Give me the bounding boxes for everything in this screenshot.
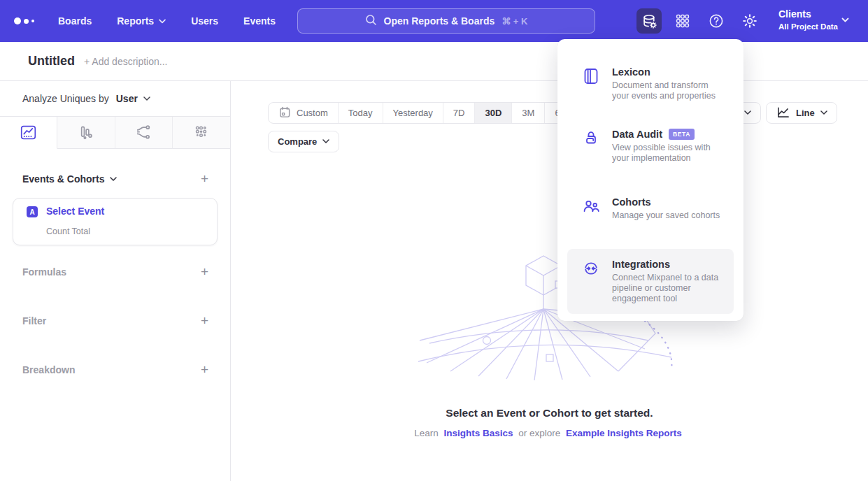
top-navbar: Boards Reports Users Events Open Reports… bbox=[0, 0, 868, 42]
report-title[interactable]: Untitled bbox=[28, 54, 75, 69]
analyze-value: User bbox=[116, 93, 138, 104]
tab-retention[interactable] bbox=[173, 117, 230, 149]
tab-funnels[interactable] bbox=[57, 117, 115, 149]
analyze-uniques-selector[interactable]: Analyze Uniques by User bbox=[0, 81, 230, 117]
add-filter-button[interactable]: + bbox=[199, 315, 210, 327]
add-formula-button[interactable]: + bbox=[199, 266, 210, 278]
chevron-down-icon bbox=[841, 17, 849, 23]
nav-item-users[interactable]: Users bbox=[191, 15, 218, 27]
report-canvas: Custom Today Yesterday 7D 30D 3M 6M Comp… bbox=[231, 81, 868, 481]
chevron-down-icon bbox=[143, 96, 150, 101]
events-cohorts-toggle[interactable]: Events & Cohorts bbox=[22, 173, 117, 185]
range-custom[interactable]: Custom bbox=[269, 103, 338, 123]
chevron-down-icon bbox=[820, 110, 827, 115]
primary-nav: Boards Reports Users Events bbox=[58, 0, 276, 42]
filter-section: Filter + bbox=[22, 313, 210, 329]
count-total-label[interactable]: Count Total bbox=[46, 227, 90, 236]
help-icon[interactable] bbox=[704, 8, 729, 34]
analyze-label: Analyze Uniques by bbox=[22, 93, 109, 104]
integrations-sync-icon bbox=[582, 259, 600, 280]
settings-gear-icon[interactable] bbox=[737, 8, 762, 34]
events-cohorts-header: Events & Cohorts + bbox=[22, 171, 210, 187]
apps-grid-icon[interactable] bbox=[670, 8, 695, 34]
range-30d-selected[interactable]: 30D bbox=[474, 103, 511, 123]
select-event-label[interactable]: Select Event bbox=[46, 206, 104, 217]
empty-state-links: Learn Insights Basics or explore Example… bbox=[231, 428, 868, 438]
date-range-control: Custom Today Yesterday 7D 30D 3M 6M bbox=[268, 102, 578, 124]
tab-insights-line[interactable] bbox=[0, 117, 57, 149]
global-search-input[interactable]: Open Reports & Boards ⌘ + K bbox=[297, 8, 595, 34]
menu-item-data-audit[interactable]: Data Audit BETA View possible issues wit… bbox=[567, 119, 734, 173]
search-shortcut: ⌘ + K bbox=[501, 16, 527, 27]
range-yesterday[interactable]: Yesterday bbox=[383, 103, 443, 123]
search-placeholder: Open Reports & Boards bbox=[384, 15, 495, 27]
line-chart-icon bbox=[776, 106, 790, 121]
chevron-down-icon bbox=[110, 177, 117, 182]
data-management-menu: Lexicon Document and transform your even… bbox=[557, 39, 744, 321]
event-card[interactable]: A Select Event Count Total bbox=[13, 198, 218, 245]
event-letter-badge: A bbox=[27, 206, 38, 217]
menu-item-integrations[interactable]: Integrations Connect Mixpanel to a data … bbox=[567, 249, 734, 314]
example-insights-reports-link[interactable]: Example Insights Reports bbox=[566, 428, 682, 438]
nav-item-reports[interactable]: Reports bbox=[117, 15, 166, 27]
project-selector[interactable]: Clients All Project Data bbox=[778, 8, 838, 33]
empty-state-title: Select an Event or Cohort to get started… bbox=[231, 407, 868, 419]
project-scope: All Project Data bbox=[778, 21, 838, 33]
chart-type-dropdown[interactable]: Line bbox=[766, 102, 837, 124]
app-frame: Boards Reports Users Events Open Reports… bbox=[0, 0, 868, 481]
add-breakdown-button[interactable]: + bbox=[199, 364, 210, 376]
chevron-down-icon bbox=[744, 110, 751, 115]
project-name: Clients bbox=[778, 8, 838, 21]
insights-basics-link[interactable]: Insights Basics bbox=[443, 428, 513, 438]
chevron-down-icon bbox=[322, 139, 329, 144]
nav-item-events[interactable]: Events bbox=[243, 15, 276, 27]
nav-item-boards[interactable]: Boards bbox=[58, 15, 92, 27]
beta-badge: BETA bbox=[669, 129, 695, 140]
range-3m[interactable]: 3M bbox=[511, 103, 544, 123]
calendar-icon bbox=[278, 106, 291, 121]
mixpanel-logo-icon[interactable] bbox=[14, 0, 34, 42]
search-icon bbox=[365, 14, 377, 29]
data-audit-icon bbox=[582, 129, 600, 150]
lexicon-book-icon bbox=[582, 67, 600, 88]
chart-type-tabs bbox=[0, 117, 230, 149]
compare-dropdown[interactable]: Compare bbox=[268, 131, 339, 152]
cohorts-people-icon bbox=[582, 197, 600, 218]
menu-item-lexicon[interactable]: Lexicon Document and transform your even… bbox=[567, 57, 734, 111]
range-today[interactable]: Today bbox=[338, 103, 383, 123]
query-sidebar: Analyze Uniques by User bbox=[0, 81, 231, 481]
menu-item-cohorts[interactable]: Cohorts Manage your saved cohorts bbox=[567, 187, 734, 231]
tab-flows[interactable] bbox=[115, 117, 173, 149]
report-description-placeholder[interactable]: + Add description... bbox=[84, 56, 167, 67]
breakdown-section: Breakdown + bbox=[22, 362, 210, 378]
add-event-button[interactable]: + bbox=[199, 173, 210, 185]
data-management-icon[interactable] bbox=[636, 8, 662, 34]
chevron-down-icon bbox=[159, 19, 166, 24]
formulas-section: Formulas + bbox=[22, 264, 210, 280]
range-7d[interactable]: 7D bbox=[443, 103, 475, 123]
